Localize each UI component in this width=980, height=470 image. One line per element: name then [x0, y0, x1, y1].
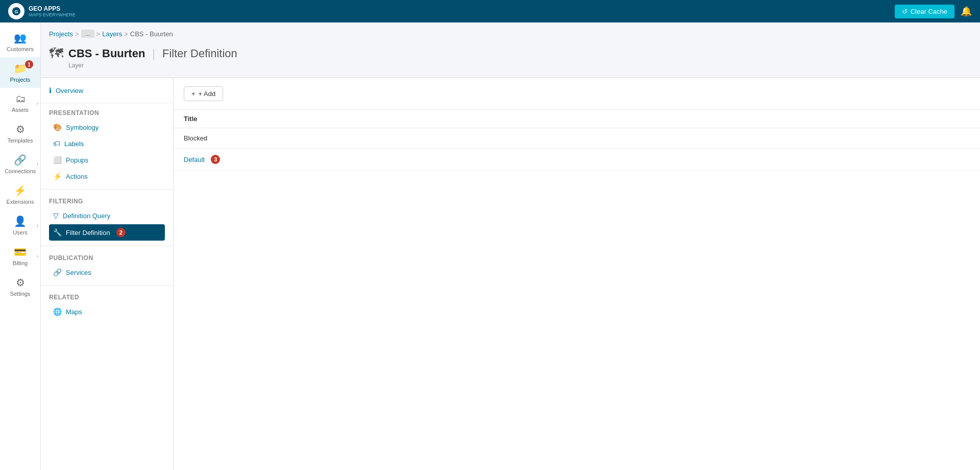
sidebar-label-assets: Assets: [12, 107, 29, 113]
presentation-section: Presentation 🎨 Symbology 🏷 Labels ⬜ Popu…: [41, 103, 173, 187]
default-badge: 3: [211, 155, 220, 164]
breadcrumb-projects[interactable]: Projects: [49, 30, 73, 38]
secondary-sidebar: ℹ Overview Presentation 🎨 Symbology 🏷 La…: [41, 78, 174, 470]
notification-bell-icon[interactable]: 🔔: [961, 6, 972, 17]
nav-definition-query[interactable]: ▽ Definition Query: [49, 208, 165, 223]
breadcrumb: Projects > ... > Layers > CBS - Buurten: [41, 22, 980, 41]
breadcrumb-layers[interactable]: Layers: [102, 30, 122, 38]
breadcrumb-middle: ...: [81, 30, 94, 38]
logo-area: G GEO APPS MAPS EVERYWHERE: [8, 3, 76, 19]
main-content-area: + + Add Title Blocked Default 3: [174, 78, 980, 470]
icon-sidebar: 👥 Customers 📁 Projects 1 🗂 Assets › ⚙ Te…: [0, 22, 41, 470]
divider-1: [41, 189, 173, 190]
app-body: 👥 Customers 📁 Projects 1 🗂 Assets › ⚙ Te…: [0, 22, 980, 470]
clear-cache-button[interactable]: ↺ Clear Cache: [895, 5, 954, 18]
add-icon: +: [191, 90, 195, 98]
filter-definition-icon: 🔧: [53, 228, 62, 237]
sidebar-label-projects: Projects: [10, 77, 31, 83]
sidebar-item-customers[interactable]: 👥 Customers: [0, 27, 40, 57]
popups-icon: ⬜: [53, 156, 62, 164]
sidebar-label-extensions: Extensions: [7, 199, 34, 205]
billing-icon: 💳: [14, 246, 27, 258]
assets-icon: 🗂: [15, 93, 26, 105]
sidebar-item-billing[interactable]: 💳 Billing ›: [0, 241, 40, 271]
divider-3: [41, 285, 173, 286]
breadcrumb-current: CBS - Buurten: [130, 30, 173, 38]
users-icon: 👤: [14, 215, 27, 227]
cache-icon: ↺: [902, 8, 908, 15]
extensions-icon: ⚡: [14, 184, 27, 197]
presentation-title: Presentation: [49, 109, 165, 116]
labels-icon: 🏷: [53, 139, 60, 148]
connections-icon: 🔗: [14, 154, 27, 166]
sidebar-label-connections: Connections: [5, 168, 36, 174]
symbology-icon: 🎨: [53, 123, 62, 131]
filtering-title: Filtering: [49, 198, 165, 205]
add-button[interactable]: + + Add: [184, 86, 223, 101]
table-row: Blocked: [174, 128, 980, 149]
sidebar-label-settings: Settings: [10, 291, 31, 297]
nav-symbology[interactable]: 🎨 Symbology: [49, 120, 165, 135]
sidebar-label-customers: Customers: [7, 46, 34, 52]
sidebar-item-connections[interactable]: 🔗 Connections ›: [0, 149, 40, 179]
users-expand-icon: ›: [37, 223, 38, 228]
layer-label: Layer: [68, 62, 972, 69]
definition-query-icon: ▽: [53, 212, 59, 220]
publication-section: Publication 🔗 Services: [41, 248, 173, 283]
templates-icon: ⚙: [16, 123, 25, 135]
sidebar-item-projects[interactable]: 📁 Projects 1: [0, 57, 40, 88]
assets-expand-icon: ›: [37, 100, 38, 106]
filtering-section: Filtering ▽ Definition Query 🔧 Filter De…: [41, 192, 173, 244]
billing-expand-icon: ›: [37, 253, 38, 259]
nav-maps[interactable]: 🌐 Maps: [49, 304, 165, 319]
sidebar-label-users: Users: [13, 229, 28, 236]
breadcrumb-sep3: >: [124, 30, 128, 38]
filter-definition-badge: 2: [116, 228, 126, 237]
divider-2: [41, 246, 173, 246]
nav-labels[interactable]: 🏷 Labels: [49, 136, 165, 151]
nav-filter-definition[interactable]: 🔧 Filter Definition 2: [49, 224, 165, 241]
logo-title: GEO APPS: [29, 5, 76, 12]
related-section: Related 🌐 Maps: [41, 288, 173, 322]
sidebar-item-assets[interactable]: 🗂 Assets ›: [0, 88, 40, 118]
content-table: Title Blocked Default 3: [174, 110, 980, 470]
breadcrumb-sep1: >: [75, 30, 79, 38]
logo-text-block: GEO APPS MAPS EVERYWHERE: [29, 5, 76, 17]
overview-section: ℹ Overview: [41, 78, 173, 103]
header-right: ↺ Clear Cache 🔔: [895, 5, 972, 18]
sidebar-item-users[interactable]: 👤 Users ›: [0, 210, 40, 241]
overview-link[interactable]: ℹ Overview: [49, 84, 165, 97]
logo-subtitle: MAPS EVERYWHERE: [29, 12, 76, 17]
top-header: G GEO APPS MAPS EVERYWHERE ↺ Clear Cache…: [0, 0, 980, 22]
sidebar-item-templates[interactable]: ⚙ Templates: [0, 118, 40, 149]
breadcrumb-sep2: >: [96, 30, 101, 38]
table-header-title: Title: [174, 110, 980, 128]
sidebar-item-settings[interactable]: ⚙ Settings: [0, 271, 40, 302]
nav-actions[interactable]: ⚡ Actions: [49, 169, 165, 184]
projects-badge: 1: [25, 60, 33, 68]
svg-text:G: G: [14, 9, 18, 14]
content-header: + + Add: [174, 78, 980, 110]
settings-icon: ⚙: [16, 276, 25, 289]
nav-services[interactable]: 🔗 Services: [49, 265, 165, 280]
title-pipe-separator: |: [152, 47, 155, 60]
connections-expand-icon: ›: [37, 161, 38, 167]
sidebar-label-templates: Templates: [7, 137, 33, 144]
publication-title: Publication: [49, 254, 165, 262]
map-icon: 🗺: [49, 45, 63, 62]
row-default-link[interactable]: Default: [184, 156, 205, 163]
page-title-area: 🗺 CBS - Buurten | Filter Definition Laye…: [41, 41, 980, 78]
sidebar-item-extensions[interactable]: ⚡ Extensions: [0, 179, 40, 210]
nav-popups[interactable]: ⬜ Popups: [49, 152, 165, 168]
page-subtitle: Filter Definition: [162, 47, 237, 60]
related-title: Related: [49, 294, 165, 301]
customers-icon: 👥: [14, 32, 27, 44]
maps-icon: 🌐: [53, 308, 62, 316]
info-icon: ℹ: [49, 86, 52, 95]
layer-name-title: CBS - Buurten: [68, 47, 145, 60]
row-blocked-text: Blocked: [184, 134, 207, 142]
services-icon: 🔗: [53, 268, 62, 276]
table-row: Default 3: [174, 149, 980, 171]
sidebar-label-billing: Billing: [13, 260, 28, 266]
actions-icon: ⚡: [53, 172, 62, 180]
